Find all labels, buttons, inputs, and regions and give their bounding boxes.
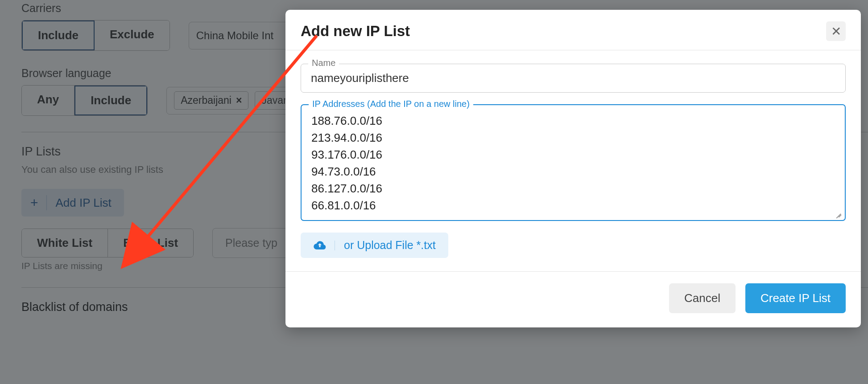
name-field-label: Name (308, 58, 339, 68)
ip-addresses-label: IP Addresses (Add the IP on a new line) (309, 99, 473, 109)
modal-header: Add new IP List ✕ (285, 10, 861, 50)
ip-addresses-textarea[interactable] (311, 112, 835, 214)
add-ip-list-modal: Add new IP List ✕ Name IP Addresses (Add… (285, 10, 861, 327)
ip-addresses-field[interactable]: IP Addresses (Add the IP on a new line) (301, 104, 846, 221)
close-button[interactable]: ✕ (826, 21, 846, 41)
cloud-upload-icon (313, 241, 335, 250)
name-input[interactable] (311, 71, 835, 85)
modal-title: Add new IP List (301, 23, 410, 40)
name-field[interactable]: Name (301, 64, 846, 93)
create-ip-list-button[interactable]: Create IP List (745, 283, 846, 313)
cancel-button[interactable]: Cancel (669, 283, 736, 313)
modal-footer: Cancel Create IP List (285, 271, 861, 327)
resize-handle-icon[interactable] (834, 209, 842, 217)
upload-file-label: or Upload File *.txt (344, 239, 436, 252)
close-icon: ✕ (831, 24, 841, 39)
modal-body: Name IP Addresses (Add the IP on a new l… (285, 50, 861, 271)
upload-file-button[interactable]: or Upload File *.txt (301, 233, 448, 258)
